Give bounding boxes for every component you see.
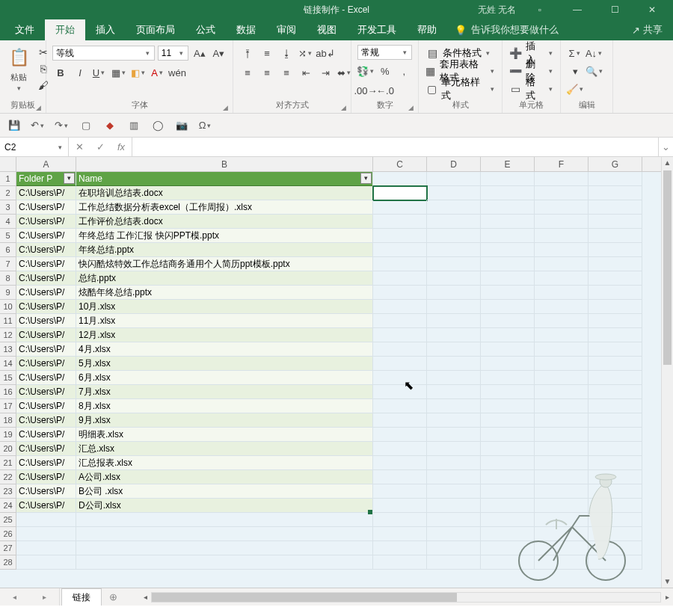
cell-folder[interactable]: C:\Users\P/ <box>16 428 76 442</box>
cancel-formula-icon[interactable]: ✕ <box>69 141 90 153</box>
cell[interactable] <box>373 484 427 499</box>
cell[interactable] <box>589 342 642 357</box>
align-right-icon[interactable]: ≡ <box>278 65 295 80</box>
sheet-nav-next-icon[interactable]: ▸ <box>43 593 46 601</box>
orientation-icon[interactable]: ⤮▾ <box>298 46 314 61</box>
cell[interactable] <box>589 399 642 413</box>
cell[interactable] <box>427 385 481 399</box>
align-bottom-icon[interactable]: ⭳ <box>278 46 295 61</box>
cell[interactable] <box>589 300 642 314</box>
filter-icon[interactable]: ▾ <box>64 173 75 184</box>
col-header-A[interactable]: A <box>16 157 76 171</box>
cell[interactable] <box>76 555 373 570</box>
cell-name[interactable]: 炫酷年终总结.pptx <box>76 286 373 300</box>
cell-folder[interactable]: C:\Users\P/ <box>16 371 76 385</box>
cell[interactable] <box>589 286 642 300</box>
cell[interactable] <box>535 328 589 342</box>
clear-icon[interactable]: 🧹▾ <box>567 81 583 96</box>
tab-layout[interactable]: 页面布局 <box>126 19 185 40</box>
cell-name[interactable]: 12月.xlsx <box>76 328 373 342</box>
cell[interactable] <box>535 385 589 399</box>
row-header-1[interactable]: 1 <box>0 172 16 186</box>
cell-styles-button[interactable]: ▢单元格样式▾ <box>425 81 496 97</box>
cell-name[interactable]: 9月.xlsx <box>76 413 373 428</box>
cell-name[interactable]: A公司.xlsx <box>76 470 373 484</box>
percent-icon[interactable]: % <box>377 64 393 78</box>
cell[interactable] <box>535 314 589 328</box>
col-header-E[interactable]: E <box>481 157 535 171</box>
fx-icon[interactable]: fx <box>111 141 132 153</box>
cell[interactable] <box>427 342 481 357</box>
paste-button[interactable]: 📋 粘贴 ▾ <box>6 45 31 92</box>
cell[interactable] <box>373 371 427 385</box>
cell[interactable] <box>427 413 481 428</box>
cell[interactable] <box>535 186 589 200</box>
align-center-icon[interactable]: ≡ <box>259 65 275 80</box>
cell[interactable] <box>481 243 535 257</box>
cell-folder[interactable]: C:\Users\P/ <box>16 215 76 229</box>
row-header-21[interactable]: 21 <box>0 456 16 470</box>
cell[interactable] <box>76 513 373 527</box>
cell[interactable] <box>589 442 642 456</box>
row-header-19[interactable]: 19 <box>0 428 16 442</box>
hscroll-right-icon[interactable]: ▸ <box>661 593 673 601</box>
cell[interactable] <box>481 399 535 413</box>
cell-folder[interactable]: C:\Users\P/ <box>16 456 76 470</box>
cell[interactable] <box>589 172 642 186</box>
cell[interactable] <box>481 314 535 328</box>
tab-insert[interactable]: 插入 <box>85 19 126 40</box>
italic-button[interactable]: I <box>72 65 88 80</box>
sort-filter-icon[interactable]: A↓▾ <box>586 46 603 61</box>
cell[interactable] <box>373 300 427 314</box>
qat-btn-1[interactable]: ▢ <box>78 117 94 134</box>
cell[interactable] <box>535 286 589 300</box>
cell[interactable] <box>535 200 589 215</box>
cell[interactable] <box>373 442 427 456</box>
indent-dec-icon[interactable]: ⇤ <box>298 65 314 80</box>
cell[interactable] <box>481 257 535 271</box>
cell[interactable] <box>427 456 481 470</box>
add-sheet-button[interactable]: ⊕ <box>102 588 124 606</box>
cell[interactable] <box>481 385 535 399</box>
font-color-button[interactable]: A▾ <box>150 65 166 80</box>
tab-review[interactable]: 审阅 <box>266 19 307 40</box>
name-box[interactable]: C2▾ <box>0 138 69 156</box>
cell[interactable] <box>589 456 642 470</box>
row-header-27[interactable]: 27 <box>0 541 16 555</box>
cell-folder[interactable]: C:\Users\P/ <box>16 300 76 314</box>
cell[interactable] <box>481 215 535 229</box>
sheet-tab-active[interactable]: 链接 <box>61 588 102 606</box>
cell[interactable] <box>373 257 427 271</box>
cell[interactable] <box>76 527 373 541</box>
cell-name[interactable]: 8月.xlsx <box>76 399 373 413</box>
cell[interactable] <box>535 342 589 357</box>
cell[interactable] <box>535 428 589 442</box>
cell[interactable] <box>427 328 481 342</box>
scroll-thumb[interactable] <box>663 170 672 365</box>
cell[interactable] <box>535 271 589 286</box>
row-header-11[interactable]: 11 <box>0 314 16 328</box>
cell[interactable] <box>373 413 427 428</box>
row-header-14[interactable]: 14 <box>0 357 16 371</box>
fill-handle[interactable] <box>368 510 372 514</box>
tab-data[interactable]: 数据 <box>226 19 266 40</box>
cell[interactable] <box>427 186 481 200</box>
cell[interactable] <box>535 215 589 229</box>
cell[interactable] <box>535 243 589 257</box>
align-left-icon[interactable]: ≡ <box>239 65 256 80</box>
cell[interactable] <box>427 215 481 229</box>
row-header-28[interactable]: 28 <box>0 555 16 570</box>
cell[interactable] <box>589 229 642 243</box>
accounting-icon[interactable]: 💱▾ <box>357 64 374 78</box>
maximize-button[interactable]: ☐ <box>601 4 628 15</box>
cell-folder[interactable]: C:\Users\P/ <box>16 342 76 357</box>
enter-formula-icon[interactable]: ✓ <box>90 141 111 153</box>
cell-folder[interactable]: C:\Users\P/ <box>16 200 76 215</box>
undo-icon[interactable]: ↶▾ <box>30 117 46 134</box>
cell[interactable] <box>76 541 373 555</box>
cell-folder[interactable]: C:\Users\P/ <box>16 399 76 413</box>
cell-folder[interactable]: C:\Users\P/ <box>16 328 76 342</box>
cell-name[interactable]: 10月.xlsx <box>76 300 373 314</box>
cell[interactable] <box>427 314 481 328</box>
cell[interactable] <box>373 215 427 229</box>
